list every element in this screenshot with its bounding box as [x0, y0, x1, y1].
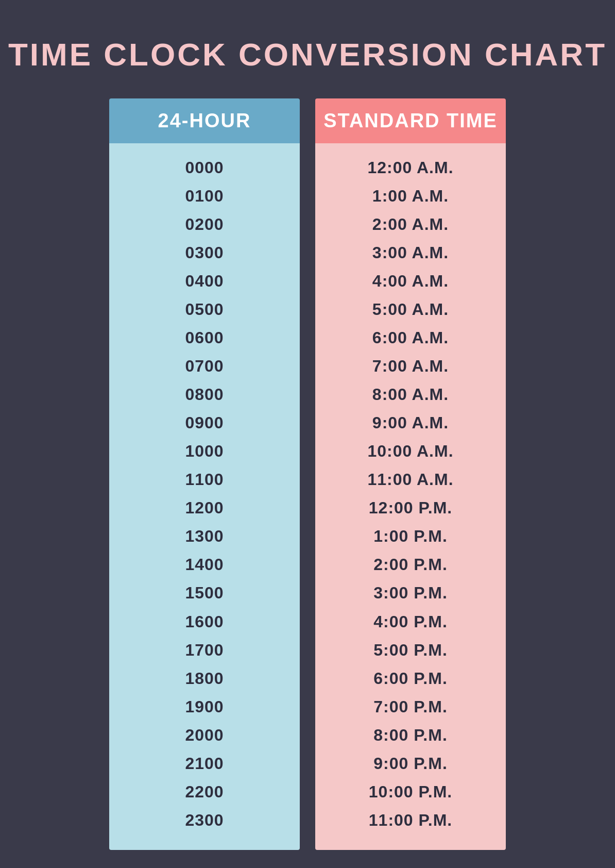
table-row: 0900	[185, 409, 224, 437]
table-row: 0500	[185, 295, 224, 324]
table-row: 9:00 A.M.	[372, 409, 449, 437]
table-row: 1000	[185, 437, 224, 465]
table-row: 2100	[185, 749, 224, 778]
table-row: 6:00 A.M.	[372, 324, 449, 352]
table-row: 6:00 P.M.	[373, 664, 448, 693]
table-row: 3:00 A.M.	[372, 239, 449, 267]
table-row: 0200	[185, 210, 224, 239]
table-row: 7:00 A.M.	[372, 352, 449, 380]
table-row: 0100	[185, 182, 224, 210]
chart-container: 24-HOUR 00000100020003000400050006000700…	[109, 98, 506, 850]
table-row: 1400	[185, 550, 224, 579]
body-24hour: 0000010002000300040005000600070008000900…	[109, 143, 300, 850]
table-row: 2:00 P.M.	[373, 550, 448, 579]
table-row: 1:00 P.M.	[373, 522, 448, 550]
table-row: 1700	[185, 636, 224, 664]
header-standard: STANDARD TIME	[315, 98, 506, 143]
table-row: 12:00 A.M.	[367, 154, 453, 182]
table-row: 1600	[185, 608, 224, 636]
table-row: 5:00 A.M.	[372, 295, 449, 324]
table-row: 1:00 A.M.	[372, 182, 449, 210]
table-row: 4:00 P.M.	[373, 608, 448, 636]
table-row: 11:00 P.M.	[369, 806, 452, 834]
table-row: 12:00 P.M.	[369, 494, 452, 522]
table-row: 9:00 P.M.	[373, 749, 448, 778]
table-row: 1500	[185, 579, 224, 607]
table-row: 2000	[185, 721, 224, 749]
table-row: 1200	[185, 494, 224, 522]
table-row: 1300	[185, 522, 224, 550]
table-row: 4:00 A.M.	[372, 267, 449, 295]
table-row: 1800	[185, 664, 224, 693]
table-row: 10:00 A.M.	[367, 437, 453, 465]
table-row: 1100	[185, 465, 224, 494]
table-row: 10:00 P.M.	[369, 778, 452, 806]
table-row: 3:00 P.M.	[373, 579, 448, 607]
table-row: 0700	[185, 352, 224, 380]
table-row: 0400	[185, 267, 224, 295]
page-title: TIME CLOCK CONVERSION CHART	[8, 36, 607, 73]
column-standard: STANDARD TIME 12:00 A.M.1:00 A.M.2:00 A.…	[315, 98, 506, 850]
table-row: 0000	[185, 154, 224, 182]
table-row: 0800	[185, 380, 224, 409]
table-row: 8:00 P.M.	[373, 721, 448, 749]
table-row: 2:00 A.M.	[372, 210, 449, 239]
header-24hour: 24-HOUR	[109, 98, 300, 143]
table-row: 7:00 P.M.	[373, 693, 448, 721]
table-row: 8:00 A.M.	[372, 380, 449, 409]
table-row: 1900	[185, 693, 224, 721]
table-row: 2300	[185, 806, 224, 834]
table-row: 0600	[185, 324, 224, 352]
column-24hour: 24-HOUR 00000100020003000400050006000700…	[109, 98, 300, 850]
table-row: 11:00 A.M.	[367, 465, 453, 494]
table-row: 5:00 P.M.	[373, 636, 448, 664]
table-row: 2200	[185, 778, 224, 806]
body-standard: 12:00 A.M.1:00 A.M.2:00 A.M.3:00 A.M.4:0…	[315, 143, 506, 850]
table-row: 0300	[185, 239, 224, 267]
